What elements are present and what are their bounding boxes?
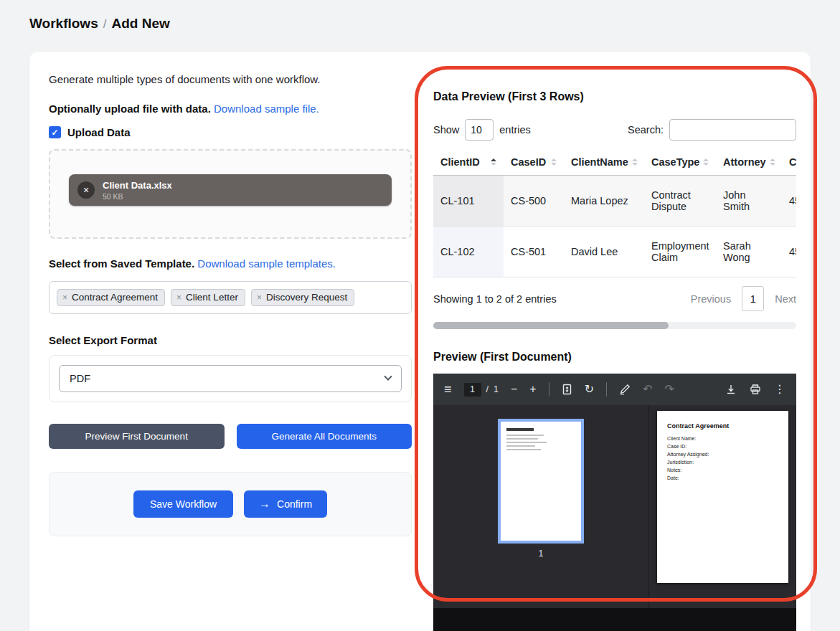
thumbnail-page-label: 1 — [539, 549, 544, 559]
export-format-select[interactable]: PDF — [59, 365, 402, 392]
breadcrumb: Workflows / Add New — [29, 16, 170, 32]
close-icon: × — [83, 184, 89, 196]
search-input[interactable] — [669, 119, 796, 141]
entries-control: Show entries — [433, 119, 531, 141]
document-line: Jurisdiction: — [667, 458, 778, 466]
file-name: Client Data.xlsx — [103, 180, 172, 191]
column-header-casetype[interactable]: CaseType — [644, 151, 716, 176]
pagination-next[interactable]: Next — [775, 293, 796, 305]
preview-first-document-button[interactable]: Preview First Document — [49, 424, 225, 449]
download-sample-templates-link[interactable]: Download sample templates. — [197, 257, 336, 270]
right-panel: Data Preview (First 3 Rows) Show entries… — [433, 90, 796, 631]
arrow-right-icon: → — [259, 498, 270, 511]
more-options-icon[interactable]: ⋮ — [774, 384, 785, 395]
table-horizontal-scrollbar — [433, 322, 796, 329]
template-label: Select from Saved Template. — [49, 257, 194, 270]
column-header-clientname[interactable]: ClientName — [564, 151, 644, 176]
tag-label: Client Letter — [186, 292, 238, 303]
workflow-card: Generate multiple types of documents wit… — [29, 52, 811, 631]
check-icon: ✓ — [51, 128, 58, 138]
document-line: Attorney Assigned: — [667, 450, 778, 458]
scrollbar-thumb[interactable] — [433, 322, 669, 329]
download-icon[interactable] — [725, 384, 737, 395]
tag-label: Contract Agreement — [72, 292, 158, 303]
sort-icons — [770, 158, 775, 166]
page-total: 1 — [494, 384, 499, 394]
workflow-footer-panel: Save Workflow → Confirm — [49, 472, 412, 536]
table-info-row: Showing 1 to 2 of 2 entries Previous 1 N… — [433, 286, 796, 311]
fit-to-page-icon[interactable] — [562, 384, 572, 395]
cell-truncated: 459 — [782, 176, 796, 227]
column-header-attorney[interactable]: Attorney — [716, 151, 782, 176]
template-label-row: Select from Saved Template. Download sam… — [49, 257, 412, 270]
cell-casetype: Contract Dispute — [644, 176, 716, 227]
upload-label-row: Optionally upload file with data. Downlo… — [49, 103, 412, 115]
template-tag: × Contract Agreement — [57, 289, 165, 306]
cell-clientid: CL-102 — [433, 227, 504, 277]
search-control: Search: — [628, 119, 796, 141]
thumbnail-title-bar — [506, 428, 534, 431]
cell-clientid: CL-101 — [433, 176, 504, 227]
remove-file-button[interactable]: × — [77, 181, 95, 199]
pagination-previous[interactable]: Previous — [691, 293, 731, 305]
zoom-out-icon[interactable]: − — [511, 384, 517, 395]
save-workflow-button[interactable]: Save Workflow — [133, 490, 233, 518]
sort-icons — [491, 158, 496, 166]
remove-tag-icon[interactable]: × — [257, 293, 262, 303]
cell-caseid: CS-500 — [504, 176, 564, 227]
document-preview-title: Preview (First Document) — [433, 351, 796, 364]
table-row: CL-101 CS-500 Maria Lopez Contract Dispu… — [433, 176, 796, 227]
uploaded-file-chip: × Client Data.xlsx 50 KB — [69, 174, 392, 206]
undo-icon[interactable]: ↶ — [643, 384, 652, 395]
table-controls: Show entries Search: — [433, 119, 796, 141]
page-number-input[interactable]: 1 — [464, 383, 481, 397]
document-page: Contract Agreement Client Name: Case ID:… — [657, 411, 788, 583]
cell-casetype: Employment Claim — [644, 227, 716, 277]
data-table-wrap: ClientID CaseID ClientName CaseType — [433, 151, 796, 277]
entries-input[interactable] — [465, 119, 494, 141]
file-drop-area[interactable]: × Client Data.xlsx 50 KB — [49, 149, 412, 239]
upload-data-checkbox[interactable]: ✓ — [49, 126, 61, 138]
pdf-footer-strip — [433, 608, 796, 631]
zoom-in-icon[interactable]: + — [529, 384, 536, 395]
remove-tag-icon[interactable]: × — [176, 293, 181, 303]
data-preview-title: Data Preview (First 3 Rows) — [433, 90, 796, 103]
remove-tag-icon[interactable]: × — [62, 293, 67, 303]
file-info: Client Data.xlsx 50 KB — [103, 180, 172, 201]
column-header-clientid[interactable]: ClientID — [433, 151, 504, 176]
upload-label: Optionally upload file with data. — [49, 103, 211, 115]
table-header-row: ClientID CaseID ClientName CaseType — [433, 151, 796, 176]
cell-caseid: CS-501 — [504, 227, 564, 277]
download-sample-file-link[interactable]: Download sample file. — [214, 103, 319, 115]
cell-attorney: Sarah Wong — [716, 227, 782, 277]
print-icon[interactable] — [750, 384, 761, 395]
generate-all-documents-button[interactable]: Generate All Documents — [237, 424, 412, 449]
sort-icons — [632, 158, 638, 166]
confirm-label: Confirm — [277, 498, 312, 510]
export-format-value: PDF — [70, 373, 90, 384]
rotate-icon[interactable]: ↻ — [585, 384, 594, 395]
template-tag: × Discovery Request — [251, 289, 354, 306]
confirm-button[interactable]: → Confirm — [244, 490, 327, 518]
page-thumbnail[interactable] — [501, 422, 581, 541]
search-label: Search: — [628, 124, 664, 136]
breadcrumb-separator: / — [103, 17, 107, 32]
template-multiselect[interactable]: × Contract Agreement × Client Letter × D… — [49, 281, 412, 314]
document-title: Contract Agreement — [667, 422, 778, 430]
cell-truncated: 459 — [782, 227, 796, 277]
breadcrumb-workflows[interactable]: Workflows — [29, 16, 98, 32]
menu-icon[interactable]: ≡ — [444, 383, 452, 396]
document-line: Date: — [667, 474, 778, 482]
data-table: ClientID CaseID ClientName CaseType — [433, 151, 796, 277]
export-format-panel: PDF — [49, 355, 412, 402]
pagination-page-1[interactable]: 1 — [742, 286, 764, 311]
document-line: Notes: — [667, 466, 778, 474]
annotate-pen-icon[interactable] — [619, 384, 631, 395]
table-row: CL-102 CS-501 David Lee Employment Claim… — [433, 227, 796, 277]
redo-icon[interactable]: ↷ — [664, 384, 674, 395]
intro-text: Generate multiple types of documents wit… — [49, 73, 412, 85]
tag-label: Discovery Request — [266, 292, 347, 303]
column-header-truncated[interactable]: Co — [782, 151, 796, 176]
show-label: Show — [433, 124, 459, 136]
column-header-caseid[interactable]: CaseID — [504, 151, 564, 176]
